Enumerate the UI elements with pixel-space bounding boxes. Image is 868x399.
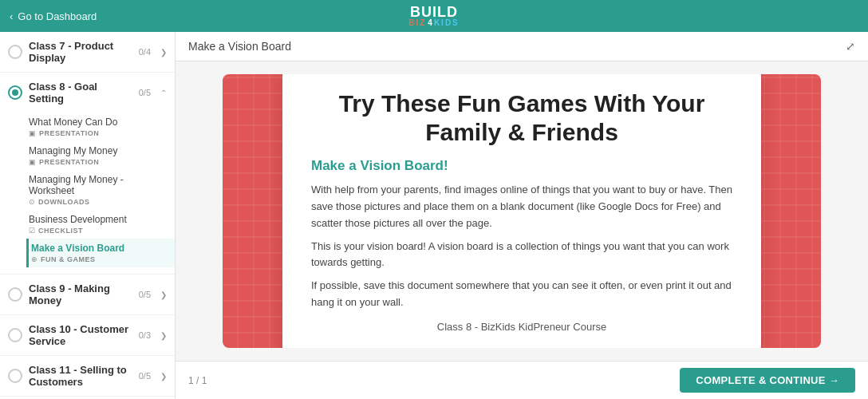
- slide-footer: Class 8 - BizKids KidPreneur Course: [311, 321, 732, 333]
- class-10-count: 0/3: [139, 330, 151, 340]
- sub-item-what-money-label: What Money Can Do: [29, 117, 167, 128]
- tag-label-2: PRESENTATION: [39, 158, 99, 166]
- slide-paragraph-1: With help from your parents, find images…: [311, 182, 732, 231]
- content-area: Make a Vision Board ⤢ Try These Fun Game…: [176, 32, 868, 399]
- class-9-header[interactable]: Class 9 - Making Money 0/5 ❯: [0, 275, 175, 314]
- sub-item-business-dev[interactable]: Business Development ☑ CHECKLIST: [29, 210, 175, 239]
- tag-label-3: DOWNLOADS: [38, 198, 90, 206]
- sub-item-vision-board-label: Make a Vision Board: [31, 243, 167, 254]
- presentation-icon-2: ▣: [29, 158, 36, 166]
- sub-item-managing-money-label: Managing My Money: [29, 145, 167, 156]
- expand-button[interactable]: ⤢: [846, 40, 855, 53]
- sub-item-business-dev-label: Business Development: [29, 214, 167, 225]
- tag-label-5: FUN & GAMES: [41, 255, 96, 263]
- slide-card: Try These Fun Games With Your Family & F…: [282, 74, 761, 348]
- class-8-title: Class 8 - Goal Setting: [29, 81, 132, 105]
- class-8-chevron: ⌃: [160, 89, 167, 97]
- downloads-icon: ⊙: [29, 198, 35, 206]
- class-7-title: Class 7 - Product Display: [29, 40, 132, 64]
- logo: BUILD BIZ 4 KIDS: [408, 5, 460, 27]
- class-11-title: Class 11 - Selling to Customers: [29, 364, 132, 388]
- logo-build-text: BUILD: [410, 5, 458, 19]
- sub-item-managing-money-tag: ▣ PRESENTATION: [29, 158, 167, 166]
- logo-biz-text: BIZ: [408, 19, 426, 27]
- sidebar: Class 7 - Product Display 0/4 ❯ Class 8 …: [0, 32, 176, 399]
- class-7-count: 0/4: [139, 47, 151, 57]
- sub-item-managing-money[interactable]: Managing My Money ▣ PRESENTATION: [29, 141, 175, 170]
- class-7-header[interactable]: Class 7 - Product Display 0/4 ❯: [0, 32, 175, 72]
- class-7-circle: [8, 45, 22, 59]
- slide-subtitle: Make a Vision Board!: [311, 158, 732, 174]
- sub-item-what-money-tag: ▣ PRESENTATION: [29, 129, 167, 137]
- class-8-sub-items: What Money Can Do ▣ PRESENTATION Managin…: [0, 113, 175, 274]
- class-8-circle: [8, 85, 22, 100]
- main-layout: Class 7 - Product Display 0/4 ❯ Class 8 …: [0, 32, 868, 399]
- sub-item-business-dev-tag: ☑ CHECKLIST: [29, 227, 167, 235]
- class-9-count: 0/5: [139, 290, 151, 299]
- slide: Try These Fun Games With Your Family & F…: [223, 74, 821, 348]
- class-item-9: Class 9 - Making Money 0/5 ❯: [0, 275, 175, 315]
- slide-paragraph-3: If possible, save this document somewher…: [311, 278, 732, 311]
- class-9-chevron: ❯: [160, 290, 167, 299]
- sub-item-worksheet-label: Managing My Money - Worksheet: [29, 174, 167, 196]
- class-11-count: 0/5: [139, 371, 151, 381]
- class-9-circle: [8, 287, 22, 302]
- class-9-title: Class 9 - Making Money: [29, 282, 132, 306]
- page-indicator: 1 / 1: [188, 375, 207, 386]
- sub-item-managing-money-worksheet[interactable]: Managing My Money - Worksheet ⊙ DOWNLOAD…: [29, 170, 175, 210]
- tag-label-1: PRESENTATION: [39, 129, 99, 137]
- slide-inner: Try These Fun Games With Your Family & F…: [223, 74, 821, 348]
- slide-container: Try These Fun Games With Your Family & F…: [176, 61, 868, 361]
- class-item-7: Class 7 - Product Display 0/4 ❯: [0, 32, 175, 73]
- slide-paragraph-2: This is your vision board! A vision boar…: [311, 239, 732, 272]
- fun-games-icon: ⊕: [31, 255, 37, 263]
- class-item-11: Class 11 - Selling to Customers 0/5 ❯: [0, 356, 175, 397]
- class-10-title: Class 10 - Customer Service: [29, 323, 132, 347]
- class-11-circle: [8, 369, 22, 383]
- tag-label-4: CHECKLIST: [38, 227, 83, 235]
- app-header: ‹ Go to Dashboard BUILD BIZ 4 KIDS: [0, 0, 868, 32]
- class-item-10: Class 10 - Customer Service 0/3 ❯: [0, 315, 175, 356]
- sub-item-vision-board-tag: ⊕ FUN & GAMES: [31, 255, 167, 263]
- content-header: Make a Vision Board ⤢: [176, 32, 868, 61]
- class-11-header[interactable]: Class 11 - Selling to Customers 0/5 ❯: [0, 356, 175, 396]
- class-8-header[interactable]: Class 8 - Goal Setting 0/5 ⌃: [0, 73, 175, 113]
- back-to-dashboard[interactable]: ‹ Go to Dashboard: [10, 10, 97, 22]
- sub-item-worksheet-tag: ⊙ DOWNLOADS: [29, 198, 167, 206]
- content-title: Make a Vision Board: [188, 40, 291, 53]
- slide-title: Try These Fun Games With Your Family & F…: [311, 89, 732, 147]
- class-10-circle: [8, 328, 22, 342]
- class-10-header[interactable]: Class 10 - Customer Service 0/3 ❯: [0, 315, 175, 355]
- back-arrow-icon: ‹: [10, 10, 13, 22]
- class-11-chevron: ❯: [160, 372, 167, 381]
- sub-item-vision-board[interactable]: Make a Vision Board ⊕ FUN & GAMES: [26, 239, 175, 267]
- presentation-icon-1: ▣: [29, 129, 36, 137]
- back-label: Go to Dashboard: [18, 10, 97, 22]
- class-8-count: 0/5: [139, 88, 151, 97]
- class-7-chevron: ❯: [160, 48, 167, 57]
- complete-continue-button[interactable]: COMPLETE & CONTINUE →: [680, 368, 855, 393]
- class-item-8: Class 8 - Goal Setting 0/5 ⌃ What Money …: [0, 73, 175, 275]
- logo-kids-text: KIDS: [434, 19, 460, 27]
- sub-item-what-money[interactable]: What Money Can Do ▣ PRESENTATION: [29, 113, 175, 141]
- checklist-icon: ☑: [29, 227, 35, 235]
- class-8-circle-inner: [12, 89, 18, 96]
- class-10-chevron: ❯: [160, 331, 167, 340]
- bottom-bar: 1 / 1 COMPLETE & CONTINUE →: [176, 361, 868, 399]
